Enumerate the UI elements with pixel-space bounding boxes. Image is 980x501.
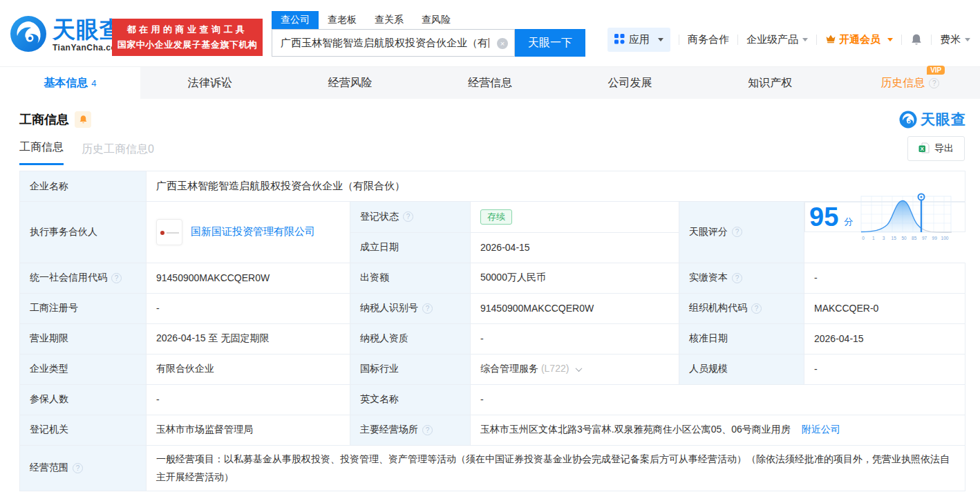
top-nav: 应用 商务合作 企业级产品 开通会员 bbox=[607, 28, 970, 52]
chevron-down-icon bbox=[965, 38, 970, 44]
username: 费米 bbox=[940, 33, 961, 46]
tab-basic-info[interactable]: 基本信息 4 bbox=[0, 67, 140, 99]
tab-basic-info-label: 基本信息 bbox=[44, 76, 88, 91]
search-input[interactable] bbox=[272, 30, 514, 56]
help-icon[interactable]: ? bbox=[422, 425, 433, 435]
tab-company-development-label: 公司发展 bbox=[608, 76, 652, 91]
reg-no-value: - bbox=[147, 293, 350, 323]
subscribe-bell-icon[interactable] bbox=[75, 111, 91, 128]
insured-value: - bbox=[147, 384, 350, 415]
notification-bell[interactable] bbox=[910, 33, 923, 46]
search-tab-relation[interactable]: 查关系 bbox=[366, 11, 413, 29]
nav-open-member[interactable]: 开通会员 bbox=[825, 33, 893, 46]
partner-logo bbox=[156, 219, 182, 245]
authority-value: 玉林市市场监督管理局 bbox=[147, 415, 350, 445]
page-header: 天眼查 TianYanCha.com 都在用的商业查询工具 国家中小企业发展子基… bbox=[0, 0, 980, 66]
help-icon[interactable]: ? bbox=[111, 273, 122, 283]
svg-text:50: 50 bbox=[902, 236, 907, 240]
industry-code: (L722) bbox=[541, 363, 569, 374]
scope-label: 经营范围 bbox=[30, 462, 68, 474]
approval-date-label: 核准日期 bbox=[679, 323, 804, 354]
tab-history-info[interactable]: 历史信息 ? VIP bbox=[840, 67, 980, 99]
nav-open-member-label: 开通会员 bbox=[839, 33, 880, 46]
tab-basic-info-count: 4 bbox=[91, 78, 96, 88]
divider bbox=[931, 35, 932, 45]
tax-qual-label: 纳税人资质 bbox=[350, 323, 471, 354]
staff-value: - bbox=[804, 354, 965, 384]
tab-legal[interactable]: 法律诉讼 bbox=[140, 67, 281, 99]
subtab-business-info[interactable]: 工商信息 bbox=[19, 140, 64, 165]
authority-label: 登记机关 bbox=[20, 415, 147, 445]
svg-text:99: 99 bbox=[932, 236, 938, 240]
help-icon[interactable]: ? bbox=[403, 211, 413, 222]
svg-text:15: 15 bbox=[892, 236, 897, 240]
tianyancha-logo[interactable]: 天眼查 TianYanCha.com bbox=[10, 15, 124, 55]
user-menu[interactable]: 费米 bbox=[940, 33, 970, 46]
table-row: 工商注册号 - 纳税人识别号 ? 91450900MAKCCQER0W 组织机构… bbox=[20, 293, 965, 323]
paid-capital-label: 实缴资本 bbox=[689, 272, 728, 284]
tab-operation-risk[interactable]: 经营风险 bbox=[280, 67, 420, 99]
chevron-down-icon bbox=[802, 38, 808, 44]
search-tab-boss[interactable]: 查老板 bbox=[319, 11, 366, 29]
crown-icon bbox=[825, 34, 836, 46]
partner-company-link[interactable]: 国新国证投资管理有限公司 bbox=[191, 225, 315, 238]
table-row: 营业期限 2026-04-15 至 无固定期限 纳税人资质 - 核准日期 202… bbox=[20, 323, 965, 354]
help-icon[interactable]: ? bbox=[422, 303, 433, 314]
score-label: 天眼评分 bbox=[689, 226, 728, 238]
nav-enterprise[interactable]: 企业级产品 bbox=[746, 33, 808, 46]
promo-line1: 都在用的商业查询工具 bbox=[112, 22, 263, 37]
section-title: 工商信息 bbox=[19, 111, 69, 128]
tab-intellectual-property-label: 知识产权 bbox=[748, 76, 792, 91]
help-icon[interactable]: ? bbox=[732, 227, 742, 237]
help-icon[interactable]: ? bbox=[73, 463, 83, 473]
divider bbox=[737, 35, 738, 45]
vip-badge: VIP bbox=[927, 66, 945, 75]
help-icon[interactable]: ? bbox=[929, 78, 939, 88]
svg-text:85: 85 bbox=[912, 236, 917, 240]
clear-icon[interactable]: × bbox=[497, 38, 508, 49]
capital-value: 50000万人民币 bbox=[471, 263, 679, 293]
help-icon[interactable]: ? bbox=[732, 273, 742, 283]
tab-operation-info-label: 经营信息 bbox=[468, 76, 512, 91]
type-label: 企业类型 bbox=[20, 354, 147, 384]
search-tab-company[interactable]: 查公司 bbox=[272, 11, 319, 29]
reg-status-label: 登记状态 bbox=[360, 211, 399, 223]
nav-cooperation[interactable]: 商务合作 bbox=[688, 33, 729, 46]
company-tabs: 基本信息 4 法律诉讼 经营风险 经营信息 公司发展 知识产权 历史信息 ? V… bbox=[0, 66, 980, 99]
export-label: 导出 bbox=[934, 142, 954, 155]
expand-chevron-icon[interactable] bbox=[576, 365, 583, 372]
tab-history-info-label: 历史信息 bbox=[880, 76, 925, 91]
svg-text:100: 100 bbox=[941, 236, 949, 240]
watermark-logo-icon bbox=[899, 111, 917, 129]
export-button[interactable]: X 导出 bbox=[907, 136, 965, 161]
nearby-companies-link[interactable]: 附近公司 bbox=[802, 424, 840, 435]
en-name-label: 英文名称 bbox=[350, 384, 471, 415]
svg-text:0: 0 bbox=[862, 236, 865, 240]
apps-menu[interactable]: 应用 bbox=[607, 28, 670, 52]
help-icon[interactable]: ? bbox=[751, 303, 762, 314]
en-name-value: - bbox=[471, 384, 965, 415]
svg-text:3: 3 bbox=[883, 236, 885, 240]
industry-label: 国标行业 bbox=[350, 354, 471, 384]
tab-company-development[interactable]: 公司发展 bbox=[560, 67, 700, 99]
promo-line2: 国家中小企业发展子基金旗下机构 bbox=[112, 37, 263, 53]
promo-banner: 都在用的商业查询工具 国家中小企业发展子基金旗下机构 bbox=[112, 19, 263, 56]
address-label: 主要经营场所 bbox=[360, 424, 418, 436]
tab-operation-info[interactable]: 经营信息 bbox=[420, 67, 560, 99]
search-button[interactable]: 天眼一下 bbox=[515, 29, 585, 57]
tab-intellectual-property[interactable]: 知识产权 bbox=[700, 67, 840, 99]
search-tab-risk[interactable]: 查风险 bbox=[413, 11, 460, 29]
divider bbox=[679, 35, 679, 45]
score-cell: 95 分 bbox=[804, 202, 965, 232]
subtab-history-business-info[interactable]: 历史工商信息0 bbox=[82, 142, 154, 165]
chevron-down-icon bbox=[658, 38, 663, 44]
tab-operation-risk-label: 经营风险 bbox=[328, 76, 372, 91]
table-row: 企业类型 有限合伙企业 国标行业 综合管理服务 (L722) 人员规模 - bbox=[20, 354, 965, 384]
est-date-label: 成立日期 bbox=[350, 232, 471, 263]
table-row: 统一社会信用代码 ? 91450900MAKCCQER0W 出资额 50000万… bbox=[20, 263, 965, 293]
term-label: 营业期限 bbox=[20, 323, 147, 354]
tianyancha-watermark: 天眼查 bbox=[899, 110, 966, 129]
term-value: 2026-04-15 至 无固定期限 bbox=[147, 323, 350, 354]
svg-text:97: 97 bbox=[922, 236, 927, 240]
approval-date-value: 2026-04-15 bbox=[804, 323, 965, 354]
